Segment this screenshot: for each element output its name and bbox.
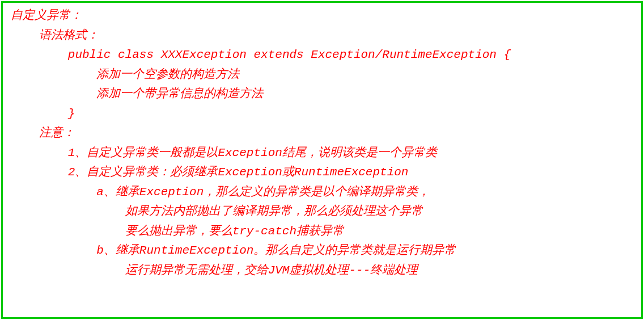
comment-line-2: 语法格式： [11, 26, 633, 46]
comment-line-6: } [11, 104, 633, 124]
comment-line-7: 注意： [11, 124, 633, 144]
comment-line-5: 添加一个带异常信息的构造方法 [11, 85, 633, 104]
comment-line-8: 1、自定义异常类一般都是以Exception结尾，说明该类是一个异常类 [11, 144, 633, 163]
comment-line-14: 运行期异常无需处理，交给JVM虚拟机处理---终端处理 [11, 261, 633, 281]
comment-line-13: b、继承RuntimeException。那么自定义的异常类就是运行期异常 [11, 241, 633, 261]
comment-line-12: 要么抛出异常，要么try-catch捕获异常 [11, 222, 633, 242]
comment-line-1: 自定义异常： [11, 6, 633, 26]
comment-line-4: 添加一个空参数的构造方法 [11, 65, 633, 85]
comment-line-9: 2、自定义异常类：必须继承Exception或RuntimeException [11, 163, 633, 183]
comment-line-11: 如果方法内部抛出了编译期异常，那么必须处理这个异常 [11, 202, 633, 222]
code-comment-block: 自定义异常： 语法格式： public class XXXException e… [1, 1, 643, 319]
comment-line-3: public class XXXException extends Except… [11, 45, 633, 65]
comment-line-10: a、继承Exception，那么定义的异常类是以个编译期异常类， [11, 183, 633, 203]
